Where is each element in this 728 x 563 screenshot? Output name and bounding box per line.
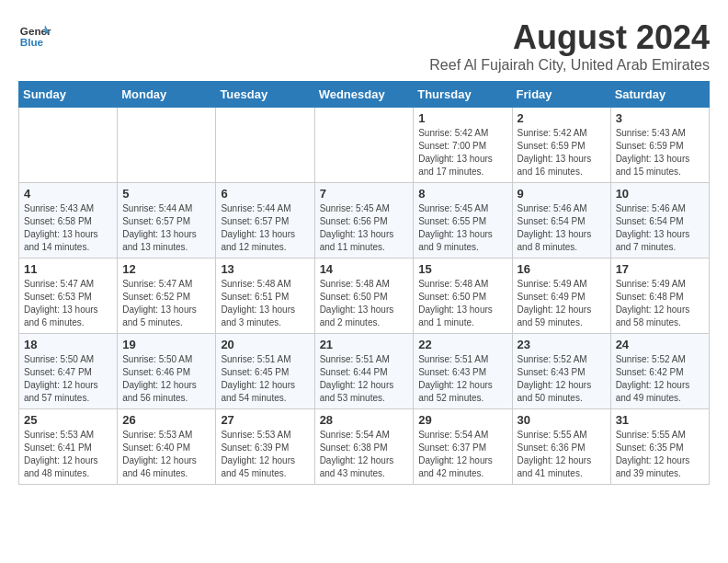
day-info: Sunrise: 5:45 AM Sunset: 6:55 PM Dayligh…	[418, 202, 506, 254]
calendar-cell: 11Sunrise: 5:47 AM Sunset: 6:53 PM Dayli…	[19, 259, 118, 334]
weekday-header: Wednesday	[314, 82, 414, 108]
calendar-cell: 15Sunrise: 5:48 AM Sunset: 6:50 PM Dayli…	[414, 259, 512, 334]
calendar-cell: 4Sunrise: 5:43 AM Sunset: 6:58 PM Daylig…	[19, 183, 118, 259]
calendar-cell	[19, 108, 118, 183]
day-info: Sunrise: 5:46 AM Sunset: 6:54 PM Dayligh…	[518, 202, 606, 254]
day-info: Sunrise: 5:49 AM Sunset: 6:49 PM Dayligh…	[518, 278, 606, 329]
day-info: Sunrise: 5:46 AM Sunset: 6:54 PM Dayligh…	[616, 202, 704, 254]
calendar-week-row: 25Sunrise: 5:53 AM Sunset: 6:41 PM Dayli…	[19, 409, 710, 485]
calendar-cell: 29Sunrise: 5:54 AM Sunset: 6:37 PM Dayli…	[414, 409, 512, 485]
day-number: 6	[221, 187, 309, 201]
weekday-header: Thursday	[414, 82, 512, 108]
calendar-cell: 14Sunrise: 5:48 AM Sunset: 6:50 PM Dayli…	[314, 259, 414, 334]
day-info: Sunrise: 5:47 AM Sunset: 6:52 PM Dayligh…	[122, 278, 210, 329]
weekday-header: Sunday	[19, 82, 118, 108]
location-subtitle: Reef Al Fujairah City, United Arab Emira…	[429, 57, 710, 74]
day-number: 4	[24, 187, 112, 201]
calendar-cell: 6Sunrise: 5:44 AM Sunset: 6:57 PM Daylig…	[216, 183, 314, 259]
calendar-cell	[216, 108, 314, 183]
calendar-cell: 31Sunrise: 5:55 AM Sunset: 6:35 PM Dayli…	[610, 409, 709, 485]
calendar-cell: 24Sunrise: 5:52 AM Sunset: 6:42 PM Dayli…	[610, 334, 709, 409]
calendar-cell: 26Sunrise: 5:53 AM Sunset: 6:40 PM Dayli…	[118, 409, 216, 485]
page-header: General Blue August 2024 Reef Al Fujaira…	[18, 18, 710, 74]
calendar-cell: 16Sunrise: 5:49 AM Sunset: 6:49 PM Dayli…	[512, 259, 610, 334]
day-number: 30	[518, 413, 606, 427]
day-number: 13	[221, 262, 309, 276]
day-number: 10	[616, 187, 704, 201]
day-info: Sunrise: 5:44 AM Sunset: 6:57 PM Dayligh…	[122, 202, 210, 254]
day-info: Sunrise: 5:53 AM Sunset: 6:40 PM Dayligh…	[122, 429, 210, 480]
day-number: 26	[122, 413, 210, 427]
month-year-title: August 2024	[429, 18, 710, 57]
day-number: 28	[320, 413, 409, 427]
day-info: Sunrise: 5:43 AM Sunset: 6:59 PM Dayligh…	[616, 127, 704, 178]
calendar-header-row: SundayMondayTuesdayWednesdayThursdayFrid…	[19, 82, 710, 108]
logo: General Blue	[18, 18, 51, 52]
day-info: Sunrise: 5:51 AM Sunset: 6:43 PM Dayligh…	[418, 353, 506, 405]
calendar-cell: 3Sunrise: 5:43 AM Sunset: 6:59 PM Daylig…	[610, 108, 709, 183]
calendar-cell: 13Sunrise: 5:48 AM Sunset: 6:51 PM Dayli…	[216, 259, 314, 334]
day-info: Sunrise: 5:53 AM Sunset: 6:39 PM Dayligh…	[221, 429, 309, 480]
calendar-cell: 19Sunrise: 5:50 AM Sunset: 6:46 PM Dayli…	[118, 334, 216, 409]
day-number: 22	[418, 338, 506, 351]
day-info: Sunrise: 5:51 AM Sunset: 6:44 PM Dayligh…	[320, 353, 409, 405]
calendar-table: SundayMondayTuesdayWednesdayThursdayFrid…	[18, 81, 710, 485]
day-number: 9	[518, 187, 606, 201]
calendar-cell: 22Sunrise: 5:51 AM Sunset: 6:43 PM Dayli…	[414, 334, 512, 409]
day-info: Sunrise: 5:53 AM Sunset: 6:41 PM Dayligh…	[24, 429, 112, 480]
day-number: 14	[320, 262, 409, 276]
day-info: Sunrise: 5:51 AM Sunset: 6:45 PM Dayligh…	[221, 353, 309, 405]
calendar-cell: 18Sunrise: 5:50 AM Sunset: 6:47 PM Dayli…	[19, 334, 118, 409]
calendar-cell: 2Sunrise: 5:42 AM Sunset: 6:59 PM Daylig…	[512, 108, 610, 183]
calendar-cell: 28Sunrise: 5:54 AM Sunset: 6:38 PM Dayli…	[314, 409, 414, 485]
calendar-week-row: 18Sunrise: 5:50 AM Sunset: 6:47 PM Dayli…	[19, 334, 710, 409]
day-info: Sunrise: 5:54 AM Sunset: 6:37 PM Dayligh…	[418, 429, 506, 480]
day-info: Sunrise: 5:42 AM Sunset: 7:00 PM Dayligh…	[418, 127, 506, 178]
calendar-cell	[118, 108, 216, 183]
calendar-cell: 7Sunrise: 5:45 AM Sunset: 6:56 PM Daylig…	[314, 183, 414, 259]
calendar-cell: 21Sunrise: 5:51 AM Sunset: 6:44 PM Dayli…	[314, 334, 414, 409]
weekday-header: Monday	[118, 82, 216, 108]
day-number: 21	[320, 338, 409, 351]
day-number: 3	[616, 111, 704, 125]
calendar-cell: 27Sunrise: 5:53 AM Sunset: 6:39 PM Dayli…	[216, 409, 314, 485]
weekday-header: Friday	[512, 82, 610, 108]
day-info: Sunrise: 5:47 AM Sunset: 6:53 PM Dayligh…	[24, 278, 112, 329]
day-number: 20	[221, 338, 309, 351]
calendar-week-row: 11Sunrise: 5:47 AM Sunset: 6:53 PM Dayli…	[19, 259, 710, 334]
day-info: Sunrise: 5:55 AM Sunset: 6:35 PM Dayligh…	[616, 429, 704, 480]
day-info: Sunrise: 5:55 AM Sunset: 6:36 PM Dayligh…	[518, 429, 606, 480]
day-number: 1	[418, 111, 506, 125]
day-info: Sunrise: 5:42 AM Sunset: 6:59 PM Dayligh…	[518, 127, 606, 178]
calendar-cell: 10Sunrise: 5:46 AM Sunset: 6:54 PM Dayli…	[610, 183, 709, 259]
day-number: 23	[518, 338, 606, 351]
day-number: 8	[418, 187, 506, 201]
day-number: 17	[616, 262, 704, 276]
day-info: Sunrise: 5:52 AM Sunset: 6:42 PM Dayligh…	[616, 353, 704, 405]
day-number: 19	[122, 338, 210, 351]
day-info: Sunrise: 5:54 AM Sunset: 6:38 PM Dayligh…	[320, 429, 409, 480]
day-number: 2	[518, 111, 606, 125]
day-info: Sunrise: 5:48 AM Sunset: 6:51 PM Dayligh…	[221, 278, 309, 329]
day-info: Sunrise: 5:48 AM Sunset: 6:50 PM Dayligh…	[320, 278, 409, 329]
day-number: 24	[616, 338, 704, 351]
calendar-cell: 8Sunrise: 5:45 AM Sunset: 6:55 PM Daylig…	[414, 183, 512, 259]
day-number: 12	[122, 262, 210, 276]
day-number: 15	[418, 262, 506, 276]
calendar-week-row: 4Sunrise: 5:43 AM Sunset: 6:58 PM Daylig…	[19, 183, 710, 259]
calendar-cell: 9Sunrise: 5:46 AM Sunset: 6:54 PM Daylig…	[512, 183, 610, 259]
day-number: 29	[418, 413, 506, 427]
calendar-week-row: 1Sunrise: 5:42 AM Sunset: 7:00 PM Daylig…	[19, 108, 710, 183]
day-number: 27	[221, 413, 309, 427]
day-info: Sunrise: 5:48 AM Sunset: 6:50 PM Dayligh…	[418, 278, 506, 329]
calendar-cell	[314, 108, 414, 183]
calendar-cell: 12Sunrise: 5:47 AM Sunset: 6:52 PM Dayli…	[118, 259, 216, 334]
day-info: Sunrise: 5:50 AM Sunset: 6:46 PM Dayligh…	[122, 353, 210, 405]
day-info: Sunrise: 5:50 AM Sunset: 6:47 PM Dayligh…	[24, 353, 112, 405]
calendar-cell: 25Sunrise: 5:53 AM Sunset: 6:41 PM Dayli…	[19, 409, 118, 485]
day-number: 11	[24, 262, 112, 276]
day-number: 18	[24, 338, 112, 351]
day-number: 16	[518, 262, 606, 276]
title-section: August 2024 Reef Al Fujairah City, Unite…	[429, 18, 710, 74]
svg-text:Blue: Blue	[20, 36, 44, 48]
